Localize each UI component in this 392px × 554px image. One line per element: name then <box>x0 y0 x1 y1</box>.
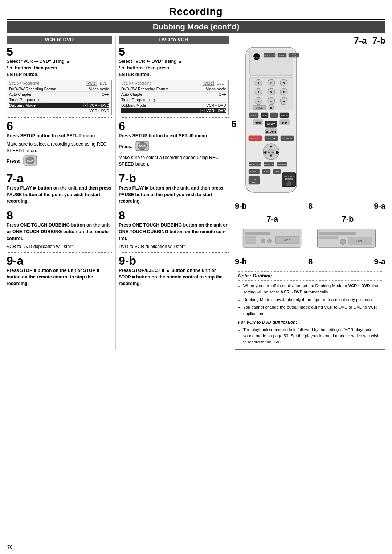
left-row4-val: ✓ VCR→DVD <box>83 103 109 107</box>
center-row2-val: OFF <box>219 92 226 97</box>
label-9a: 9-a <box>374 201 385 211</box>
svg-text:STOP ■: STOP ■ <box>266 130 277 133</box>
svg-text:1: 1 <box>258 82 260 85</box>
svg-text:5: 5 <box>270 91 272 94</box>
svg-text:8: 8 <box>270 100 272 103</box>
left-step8-body: VCR to DVD duplication will start. <box>7 243 112 250</box>
dvd-to-vcr-col: DVD to VCR 5 Select "VCR ⇐ DVD" using ▲/… <box>115 36 232 350</box>
page-number: 70 <box>7 544 12 550</box>
center-row5-val: ✓ VCR←DVD <box>200 109 226 113</box>
left-step5-text: Select "VCR ⇒ DVD" using ▲/ ▼ buttons, t… <box>7 58 112 78</box>
center-screen-row1: DVD-RW Recording Format Video mode <box>121 86 226 92</box>
section-title: Dubbing Mode (cont'd) <box>7 21 385 33</box>
svg-text:PAUSE: PAUSE <box>281 114 288 117</box>
svg-text:ZOOM: ZOOM <box>264 171 269 173</box>
center-row4-val: VCR→DVD <box>206 103 226 107</box>
svg-text:▲: ▲ <box>269 143 273 148</box>
svg-text:VCR: VCR <box>26 159 34 163</box>
left-step9a-text: Press STOP ■ button on the unit or STOP … <box>7 267 112 287</box>
left-check-vcr-dvd: ✓ VCR→DVD <box>83 103 109 107</box>
label-8-right: 8 <box>308 201 313 211</box>
center-step9b-text: Press STOP/EJECT ■ ▲ but­ton on the unit… <box>119 267 229 287</box>
svg-text:DISPLAY: DISPLAY <box>250 114 258 117</box>
center-sep1 <box>119 117 229 118</box>
left-screen-path: Setup > Recording <box>9 81 39 85</box>
svg-text:SPACE: SPACE <box>256 107 263 109</box>
label-7b: 7-b <box>372 36 385 46</box>
page-title: Recording <box>7 4 385 20</box>
center-row1-val: Video mode <box>206 87 226 91</box>
center-screen-mockup: Setup > Recording VCR DVD DVD-RW Recordi… <box>119 80 229 115</box>
svg-text:▶: ▶ <box>276 150 280 155</box>
left-screen-mockup: Setup > Recording VCR DVD DVD-RW Recordi… <box>7 80 112 115</box>
svg-rect-90 <box>245 236 256 244</box>
svg-text:TIMER PROG: TIMER PROG <box>281 138 293 140</box>
left-sep1 <box>7 117 112 118</box>
svg-rect-96 <box>319 232 356 235</box>
label-9b: 9-b <box>235 201 247 211</box>
center-step5-text: Select "VCR ⇐ DVD" using ▲/ ▼ buttons, t… <box>119 58 229 78</box>
svg-text:SKIP: SKIP <box>252 182 256 184</box>
svg-text:4: 4 <box>258 91 260 94</box>
remote-area: 7-a 7-b POWER REC SPEED <box>235 36 385 211</box>
svg-text:6: 6 <box>283 91 285 94</box>
left-col-header: VCR to DVD <box>7 36 112 44</box>
left-sep2 <box>7 170 112 170</box>
svg-text:PLAY: PLAY <box>267 122 275 126</box>
left-screen-row4: Dubbing Mode ✓ VCR→DVD <box>9 103 109 108</box>
left-step5-num: 5 <box>7 46 112 57</box>
center-checkbox1: ✓ <box>200 109 205 113</box>
center-screen-row2: Auto Chapter OFF <box>121 92 226 97</box>
left-row2-val: OFF <box>102 92 109 97</box>
center-row4-label: Dubbing Mode <box>121 103 146 107</box>
note-subtitle: For VCR to DVD duplication: <box>238 319 382 326</box>
center-row3-label: Timer Programming <box>121 98 155 102</box>
bottom-step-labels: 9-b 8 9-a <box>235 201 385 211</box>
center-step8-text: Press ONE TOUCH DUB­BING button on the u… <box>119 222 229 241</box>
svg-text:VCR: VCR <box>262 114 267 117</box>
main-columns: VCR to DVD 5 Select "VCR ⇒ DVD" using ▲/… <box>7 36 385 350</box>
left-screen-header: Setup > Recording VCR DVD <box>9 81 109 85</box>
center-col-header: DVD to VCR <box>119 36 229 44</box>
dvd-tab-left: DVD <box>98 81 109 85</box>
svg-text:DVD: DVD <box>139 144 146 148</box>
device-label-7a: 7-a <box>267 215 278 224</box>
note-list: When you turn off the unit after set the… <box>238 283 382 317</box>
remote-svg: POWER REC SPEED AUDIO OPEN/ CLOSE <box>235 46 307 199</box>
note-item-2: Dubbing Mode is available only if the ta… <box>243 297 382 303</box>
svg-text:ENTER: ENTER <box>268 151 274 154</box>
left-step8-num: 8 <box>7 209 112 221</box>
center-step6-text: Press SETUP button to exit SETUP menu. <box>119 133 229 139</box>
center-check-vcr-dvd: ✓ VCR←DVD <box>200 109 226 113</box>
svg-text:AUDIO: AUDIO <box>279 54 285 57</box>
center-step6-num: 6 <box>119 120 229 132</box>
left-screen-row5: VCR←DVD <box>9 108 109 113</box>
device-bottom-labels: 9-b 8 9-a <box>235 257 385 266</box>
svg-rect-89 <box>245 232 270 235</box>
center-step5-num: 5 <box>119 46 229 57</box>
left-screen-row3: Timer Programming <box>9 97 109 103</box>
center-sep3 <box>119 207 229 207</box>
svg-text:◀: ◀ <box>263 150 267 155</box>
left-step7a-num: 7-a <box>7 172 112 184</box>
device-label-9a: 9-a <box>374 257 385 266</box>
label-6-right: 6 <box>231 118 236 130</box>
svg-text:DUBBING: DUBBING <box>285 178 293 180</box>
svg-text:ONE TOUCH: ONE TOUCH <box>284 176 294 178</box>
svg-point-87 <box>287 182 291 186</box>
device-area: 7-a 7-b VCR <box>235 215 385 266</box>
top-step-labels: 7-a 7-b <box>235 36 385 46</box>
svg-text:◀◀: ◀◀ <box>255 121 261 125</box>
center-dvd-btn-icon: DVD <box>135 141 149 153</box>
center-step6-body: Make sure to select a recording speed us… <box>119 154 229 167</box>
device-label-7b: 7-b <box>342 215 354 224</box>
svg-text:0: 0 <box>270 106 272 110</box>
svg-text:DVD: DVD <box>272 114 277 117</box>
vcr-tab-center: VCR <box>203 81 214 86</box>
center-step7b-num: 7-b <box>119 172 229 184</box>
left-checkbox1: ✓ <box>83 103 88 107</box>
svg-point-91 <box>261 239 265 243</box>
svg-text:SETUP: SETUP <box>268 138 275 140</box>
center-screen-row3: Timer Programming <box>121 97 226 103</box>
svg-text:DVD: DVD <box>356 239 364 243</box>
